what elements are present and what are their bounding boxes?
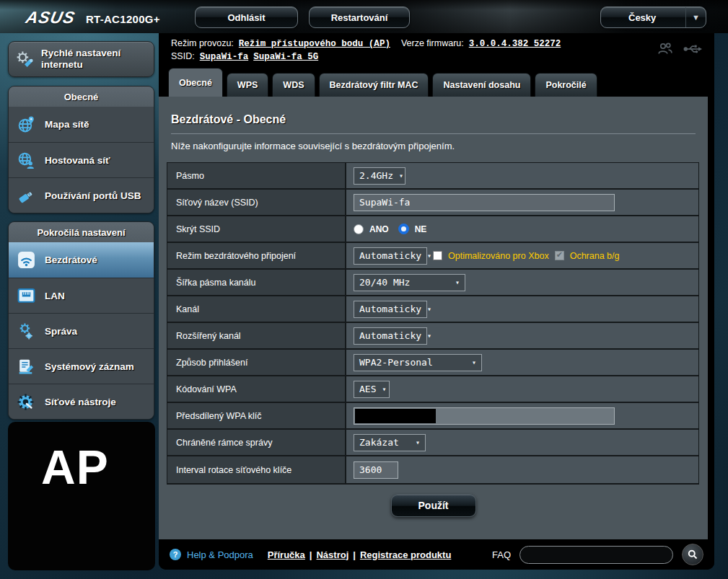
- ssid-line: SSID: SupaWi-fa SupaWi-fa_5G: [171, 51, 704, 62]
- search-icon: [687, 549, 698, 560]
- auth-method-select[interactable]: WPA2-Personal: [354, 354, 482, 371]
- extension-channel-select[interactable]: Automaticky: [354, 327, 427, 345]
- chevron-down-icon: [449, 278, 460, 286]
- bg-protection-checkbox: [555, 251, 564, 260]
- sidebar-item-lan[interactable]: LAN: [9, 278, 154, 313]
- sidebar-item-label: Správa: [45, 326, 77, 337]
- sidebar-item-administration[interactable]: Správa: [9, 313, 154, 348]
- form-row-wireless-mode: Režim bezdrátového připojení Automaticky…: [167, 243, 698, 270]
- field-label: Rozšířený kanál: [167, 323, 346, 348]
- field-label: Interval rotace síťového klíče: [167, 456, 346, 483]
- wireless-mode-select-value: Automaticky: [359, 250, 421, 261]
- chevron-down-icon: [685, 7, 706, 27]
- chevron-down-icon: [421, 305, 431, 313]
- firmware-version-link[interactable]: 3.0.0.4.382_52272: [469, 39, 561, 49]
- mode-badge: AP: [8, 422, 155, 491]
- firmware-label: Verze firmwaru:: [401, 38, 464, 48]
- sidebar-item-label: Hostovaná síť: [45, 155, 110, 166]
- hide-ssid-no-label: NE: [415, 224, 427, 234]
- form-row-auth-method: Způsob přihlášení WPA2-Personal: [167, 350, 698, 376]
- sidebar-item-network-map[interactable]: Mapa sítě: [9, 107, 154, 142]
- form-row-wpa-key: Předsdílený WPA klíč: [167, 403, 698, 430]
- sidebar-item-quick-internet-setup[interactable]: Rychlé nastavení internetu: [8, 41, 154, 77]
- field-label: Skrýt SSID: [167, 216, 346, 242]
- operation-mode-link[interactable]: Režim přístupového bodu (AP): [239, 39, 390, 49]
- sidebar: Rychlé nastavení internetu Obecné Mapa s…: [8, 41, 154, 428]
- tab-professional[interactable]: Pokročilé: [535, 73, 597, 97]
- form-row-extension-channel: Rozšířený kanál Automaticky: [167, 323, 698, 350]
- network-tools-icon: [17, 392, 36, 412]
- wpa-key-input[interactable]: [354, 407, 615, 425]
- sidebar-item-wireless[interactable]: Bezdrátové: [9, 242, 154, 278]
- usb-icon[interactable]: [683, 41, 703, 57]
- bg-protection-label: Ochrana b/g: [570, 251, 620, 261]
- help-icon: ?: [170, 549, 181, 560]
- link-separator: |: [310, 549, 312, 560]
- tab-general[interactable]: Obecné: [168, 68, 223, 97]
- tab-roaming-block[interactable]: Nastavení dosahu: [432, 73, 531, 97]
- sidebar-item-usb-application[interactable]: Používání portů USB: [9, 177, 154, 213]
- tab-wireless-mac-filter[interactable]: Bezdrátový filtr MAC: [319, 73, 429, 97]
- channel-select[interactable]: Automaticky: [354, 301, 427, 318]
- sidebar-item-network-tools[interactable]: Síťové nástroje: [9, 384, 154, 419]
- status-icons: [657, 41, 703, 57]
- chevron-down-icon: [410, 438, 420, 446]
- wireless-mode-select[interactable]: Automaticky: [354, 247, 427, 265]
- clients-icon[interactable]: [657, 41, 673, 57]
- sidebar-item-label: Bezdrátové: [45, 255, 97, 265]
- product-registration-link[interactable]: Registrace produktu: [360, 549, 451, 560]
- tab-wds[interactable]: WDS: [272, 73, 315, 97]
- protected-frames-select[interactable]: Zakázat: [354, 434, 426, 451]
- band-select-value: 2.4GHz: [359, 170, 393, 181]
- brand: ASUS RT-AC1200G+: [26, 8, 160, 27]
- field-label: Způsob přihlášení: [167, 350, 346, 375]
- divider: [171, 133, 696, 134]
- faq-search-input[interactable]: [519, 546, 673, 564]
- xbox-optimized-checkbox[interactable]: [433, 251, 442, 260]
- form-row-key-rotation: Interval rotace síťového klíče: [167, 456, 698, 483]
- sidebar-section-title: Obecné: [9, 87, 154, 107]
- reboot-button[interactable]: Restartování: [309, 6, 410, 28]
- channel-bandwidth-select[interactable]: 20/40 MHz: [354, 274, 465, 291]
- ssid-5g-link[interactable]: SupaWi-fa_5G: [253, 52, 318, 62]
- settings-panel: Bezdrátové - Obecné Níže nakonfigurujte …: [159, 97, 708, 539]
- channel-select-value: Automaticky: [359, 304, 421, 314]
- apply-button[interactable]: Použít: [391, 494, 476, 517]
- language-selector[interactable]: Česky: [600, 6, 706, 28]
- field-label: Kódování WPA: [167, 376, 346, 402]
- search-button[interactable]: [682, 544, 703, 565]
- apply-row: Použít: [159, 494, 708, 517]
- hide-ssid-no-radio[interactable]: [398, 224, 409, 234]
- ssid-label: SSID:: [171, 51, 195, 61]
- sidebar-item-label: LAN: [45, 291, 65, 301]
- manual-link[interactable]: Příručka: [268, 549, 305, 560]
- faq-search-group: FAQ: [492, 544, 703, 565]
- logout-button[interactable]: Odhlásit: [195, 6, 298, 28]
- help-support-link[interactable]: Help & Podpora: [187, 549, 253, 560]
- operation-mode-line: Režim provozu: Režim přístupového bodu (…: [171, 38, 704, 49]
- footer-bar: ? Help & Podpora Příručka | Nástroj | Re…: [159, 539, 714, 570]
- quick-setup-icon: [15, 50, 35, 69]
- form-row-band: Pásmo 2.4GHz: [167, 163, 698, 190]
- guest-network-icon: [17, 151, 36, 170]
- band-select[interactable]: 2.4GHz: [354, 167, 405, 185]
- wpa-encryption-select[interactable]: AES: [354, 381, 390, 398]
- utility-link[interactable]: Nástroj: [316, 549, 348, 560]
- field-label: Šířka pásma kanálu: [167, 270, 346, 295]
- key-rotation-input[interactable]: [354, 461, 398, 479]
- hide-ssid-yes-radio[interactable]: [354, 224, 364, 234]
- field-label: Režim bezdrátového připojení: [167, 243, 346, 268]
- ssid-24g-link[interactable]: SupaWi-fa: [200, 52, 249, 62]
- tab-wps[interactable]: WPS: [227, 73, 268, 97]
- ssid-input[interactable]: [354, 194, 615, 211]
- sidebar-item-label: Používání portů USB: [45, 190, 141, 201]
- sidebar-item-guest-network[interactable]: Hostovaná síť: [9, 142, 154, 177]
- router-model: RT-AC1200G+: [86, 13, 160, 25]
- administration-icon: [17, 322, 36, 341]
- channel-bandwidth-select-value: 20/40 MHz: [359, 277, 410, 288]
- wireless-icon: [17, 250, 36, 270]
- auth-method-select-value: WPA2-Personal: [359, 357, 433, 368]
- sidebar-item-system-log[interactable]: Systémový záznam: [9, 348, 154, 384]
- chevron-down-icon: [421, 332, 431, 340]
- settings-form: Pásmo 2.4GHz Síťový název (SSID) Skrýt S…: [167, 162, 699, 485]
